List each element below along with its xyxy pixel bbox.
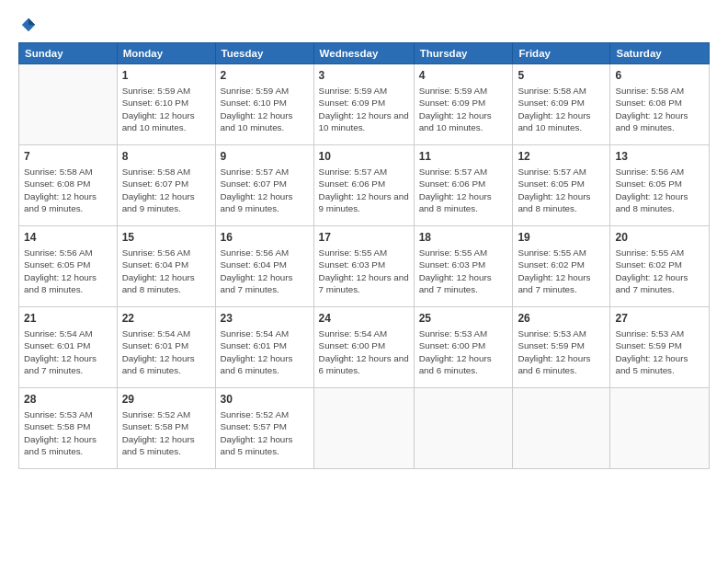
weekday-row: SundayMondayTuesdayWednesdayThursdayFrid… — [19, 43, 710, 64]
calendar-cell — [414, 388, 513, 469]
calendar-cell: 14Sunrise: 5:56 AM Sunset: 6:05 PM Dayli… — [19, 226, 118, 307]
day-number: 3 — [319, 68, 409, 83]
calendar-week: 7Sunrise: 5:58 AM Sunset: 6:08 PM Daylig… — [19, 145, 710, 226]
calendar-cell: 11Sunrise: 5:57 AM Sunset: 6:06 PM Dayli… — [414, 145, 513, 226]
calendar-cell: 23Sunrise: 5:54 AM Sunset: 6:01 PM Dayli… — [215, 307, 313, 388]
calendar-body: 1Sunrise: 5:59 AM Sunset: 6:10 PM Daylig… — [19, 64, 710, 469]
calendar-cell: 26Sunrise: 5:53 AM Sunset: 5:59 PM Dayli… — [513, 307, 610, 388]
day-info: Sunrise: 5:55 AM Sunset: 6:03 PM Dayligh… — [319, 247, 409, 295]
calendar-cell: 18Sunrise: 5:55 AM Sunset: 6:03 PM Dayli… — [414, 226, 513, 307]
calendar-week: 1Sunrise: 5:59 AM Sunset: 6:10 PM Daylig… — [19, 64, 710, 145]
weekday-header: Thursday — [414, 43, 513, 64]
calendar-cell: 1Sunrise: 5:59 AM Sunset: 6:10 PM Daylig… — [117, 64, 215, 145]
day-number: 2 — [221, 68, 309, 83]
day-info: Sunrise: 5:57 AM Sunset: 6:06 PM Dayligh… — [419, 166, 508, 214]
day-info: Sunrise: 5:53 AM Sunset: 5:58 PM Dayligh… — [24, 408, 112, 457]
day-number: 28 — [24, 392, 112, 407]
calendar-week: 21Sunrise: 5:54 AM Sunset: 6:01 PM Dayli… — [19, 307, 710, 388]
calendar-cell — [610, 388, 710, 469]
day-number: 17 — [319, 230, 409, 245]
day-number: 16 — [221, 230, 309, 245]
calendar-cell: 9Sunrise: 5:57 AM Sunset: 6:07 PM Daylig… — [215, 145, 313, 226]
day-info: Sunrise: 5:59 AM Sunset: 6:09 PM Dayligh… — [319, 85, 409, 133]
calendar-cell: 29Sunrise: 5:52 AM Sunset: 5:58 PM Dayli… — [117, 388, 215, 469]
day-number: 8 — [122, 149, 210, 164]
day-info: Sunrise: 5:53 AM Sunset: 6:00 PM Dayligh… — [419, 327, 508, 376]
calendar-cell: 25Sunrise: 5:53 AM Sunset: 6:00 PM Dayli… — [414, 307, 513, 388]
day-info: Sunrise: 5:52 AM Sunset: 5:57 PM Dayligh… — [221, 408, 309, 457]
day-info: Sunrise: 5:55 AM Sunset: 6:03 PM Dayligh… — [419, 247, 508, 295]
day-info: Sunrise: 5:59 AM Sunset: 6:10 PM Dayligh… — [221, 85, 309, 133]
day-number: 15 — [122, 230, 210, 245]
day-number: 4 — [419, 68, 508, 83]
day-info: Sunrise: 5:56 AM Sunset: 6:05 PM Dayligh… — [24, 247, 112, 295]
calendar-cell: 20Sunrise: 5:55 AM Sunset: 6:02 PM Dayli… — [610, 226, 710, 307]
calendar-cell: 13Sunrise: 5:56 AM Sunset: 6:05 PM Dayli… — [610, 145, 710, 226]
day-info: Sunrise: 5:54 AM Sunset: 6:01 PM Dayligh… — [24, 327, 112, 376]
calendar-cell: 19Sunrise: 5:55 AM Sunset: 6:02 PM Dayli… — [513, 226, 610, 307]
day-info: Sunrise: 5:58 AM Sunset: 6:08 PM Dayligh… — [615, 85, 704, 133]
day-info: Sunrise: 5:54 AM Sunset: 6:01 PM Dayligh… — [122, 327, 210, 376]
calendar-cell: 8Sunrise: 5:58 AM Sunset: 6:07 PM Daylig… — [117, 145, 215, 226]
day-info: Sunrise: 5:52 AM Sunset: 5:58 PM Dayligh… — [122, 408, 210, 457]
calendar-cell: 24Sunrise: 5:54 AM Sunset: 6:00 PM Dayli… — [313, 307, 414, 388]
calendar-header: SundayMondayTuesdayWednesdayThursdayFrid… — [19, 43, 710, 64]
calendar-cell: 17Sunrise: 5:55 AM Sunset: 6:03 PM Dayli… — [313, 226, 414, 307]
calendar-cell: 15Sunrise: 5:56 AM Sunset: 6:04 PM Dayli… — [117, 226, 215, 307]
day-number: 22 — [122, 311, 210, 326]
weekday-header: Saturday — [610, 43, 710, 64]
calendar-cell: 12Sunrise: 5:57 AM Sunset: 6:05 PM Dayli… — [513, 145, 610, 226]
calendar-cell: 28Sunrise: 5:53 AM Sunset: 5:58 PM Dayli… — [19, 388, 118, 469]
day-number: 21 — [24, 311, 112, 326]
calendar-week: 14Sunrise: 5:56 AM Sunset: 6:05 PM Dayli… — [19, 226, 710, 307]
calendar-cell: 16Sunrise: 5:56 AM Sunset: 6:04 PM Dayli… — [215, 226, 313, 307]
day-number: 18 — [419, 230, 508, 245]
weekday-header: Monday — [117, 43, 215, 64]
calendar-cell: 7Sunrise: 5:58 AM Sunset: 6:08 PM Daylig… — [19, 145, 118, 226]
day-number: 12 — [518, 149, 605, 164]
day-info: Sunrise: 5:57 AM Sunset: 6:07 PM Dayligh… — [221, 166, 309, 214]
day-info: Sunrise: 5:58 AM Sunset: 6:09 PM Dayligh… — [518, 85, 605, 133]
day-info: Sunrise: 5:59 AM Sunset: 6:10 PM Dayligh… — [122, 85, 210, 133]
header — [18, 17, 710, 33]
calendar-cell: 4Sunrise: 5:59 AM Sunset: 6:09 PM Daylig… — [414, 64, 513, 145]
day-info: Sunrise: 5:57 AM Sunset: 6:06 PM Dayligh… — [319, 166, 409, 214]
weekday-header: Tuesday — [215, 43, 313, 64]
day-info: Sunrise: 5:53 AM Sunset: 5:59 PM Dayligh… — [518, 327, 605, 376]
day-info: Sunrise: 5:55 AM Sunset: 6:02 PM Dayligh… — [518, 247, 605, 295]
day-info: Sunrise: 5:59 AM Sunset: 6:09 PM Dayligh… — [419, 85, 508, 133]
day-number: 23 — [221, 311, 309, 326]
day-info: Sunrise: 5:57 AM Sunset: 6:05 PM Dayligh… — [518, 166, 605, 214]
day-number: 27 — [615, 311, 704, 326]
day-number: 14 — [24, 230, 112, 245]
day-number: 24 — [319, 311, 409, 326]
day-number: 9 — [221, 149, 309, 164]
day-number: 13 — [615, 149, 704, 164]
calendar-cell: 30Sunrise: 5:52 AM Sunset: 5:57 PM Dayli… — [215, 388, 313, 469]
day-number: 25 — [419, 311, 508, 326]
day-number: 26 — [518, 311, 605, 326]
svg-marker-1 — [28, 18, 35, 25]
day-number: 11 — [419, 149, 508, 164]
day-info: Sunrise: 5:58 AM Sunset: 6:08 PM Dayligh… — [24, 166, 112, 214]
calendar-cell — [19, 64, 118, 145]
calendar-cell: 10Sunrise: 5:57 AM Sunset: 6:06 PM Dayli… — [313, 145, 414, 226]
day-info: Sunrise: 5:53 AM Sunset: 5:59 PM Dayligh… — [615, 327, 704, 376]
logo — [18, 17, 37, 33]
day-info: Sunrise: 5:54 AM Sunset: 6:00 PM Dayligh… — [319, 327, 409, 376]
day-number: 5 — [518, 68, 605, 83]
weekday-header: Sunday — [19, 43, 118, 64]
day-info: Sunrise: 5:54 AM Sunset: 6:01 PM Dayligh… — [221, 327, 309, 376]
calendar-cell: 21Sunrise: 5:54 AM Sunset: 6:01 PM Dayli… — [19, 307, 118, 388]
day-number: 7 — [24, 149, 112, 164]
day-number: 10 — [319, 149, 409, 164]
day-info: Sunrise: 5:56 AM Sunset: 6:04 PM Dayligh… — [221, 247, 309, 295]
day-number: 20 — [615, 230, 704, 245]
day-info: Sunrise: 5:58 AM Sunset: 6:07 PM Dayligh… — [122, 166, 210, 214]
day-info: Sunrise: 5:55 AM Sunset: 6:02 PM Dayligh… — [615, 247, 704, 295]
weekday-header: Friday — [513, 43, 610, 64]
calendar-cell: 27Sunrise: 5:53 AM Sunset: 5:59 PM Dayli… — [610, 307, 710, 388]
calendar-cell: 2Sunrise: 5:59 AM Sunset: 6:10 PM Daylig… — [215, 64, 313, 145]
calendar-cell — [513, 388, 610, 469]
weekday-header: Wednesday — [313, 43, 414, 64]
